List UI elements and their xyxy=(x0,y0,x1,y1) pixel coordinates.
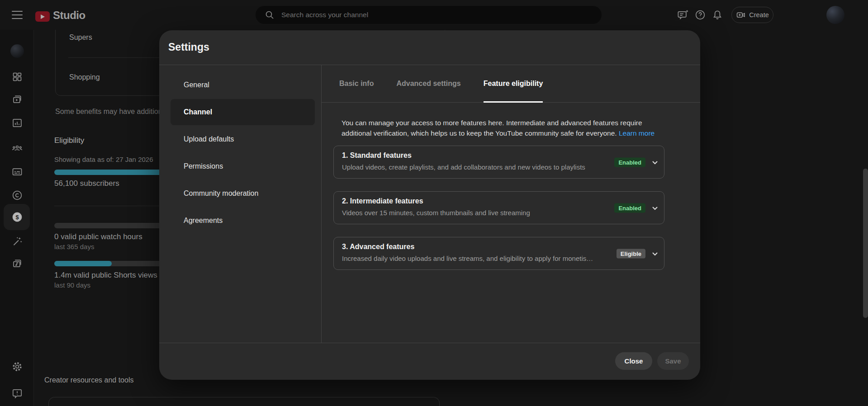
help-icon[interactable] xyxy=(694,9,706,21)
subscribers-progress-bar xyxy=(54,170,159,175)
divider xyxy=(54,206,159,206)
sidebar-item-subtitles[interactable] xyxy=(11,166,23,178)
settings-nav: General Channel Upload defaults Permissi… xyxy=(159,65,322,343)
search-icon xyxy=(264,9,275,20)
tab-feature-eligibility[interactable]: Feature eligibility xyxy=(484,65,543,102)
description-line1: You can manage your access to more featu… xyxy=(342,119,642,127)
supers-row[interactable]: Supers xyxy=(69,33,92,42)
feedback-icon[interactable] xyxy=(677,9,689,21)
settings-nav-permissions[interactable]: Permissions xyxy=(171,153,315,179)
watch-hours-value: 0 valid public watch hours xyxy=(54,232,142,241)
dashboard-icon xyxy=(11,71,23,83)
status-badge: Enabled xyxy=(614,157,645,167)
watch-hours-period: last 365 days xyxy=(54,243,94,250)
subtitles-icon xyxy=(11,166,23,178)
youtube-studio-screen: Supers Shopping Some benefits may have a… xyxy=(0,0,868,406)
audio-library-icon xyxy=(11,258,23,269)
svg-text:$: $ xyxy=(15,214,19,221)
report-icon xyxy=(11,387,23,399)
dialog-footer: Close Save xyxy=(159,343,700,380)
content-icon xyxy=(11,94,23,105)
create-label: Create xyxy=(749,11,769,19)
intermediate-features-card[interactable]: 2. Intermediate features Videos over 15 … xyxy=(333,191,664,224)
create-button[interactable]: Create xyxy=(731,7,773,23)
settings-dialog: Settings General Channel Upload defaults… xyxy=(159,30,700,380)
feature-subtitle: Upload videos, create playlists, and add… xyxy=(342,163,585,171)
close-button[interactable]: Close xyxy=(615,352,652,370)
create-camera-icon xyxy=(736,10,746,20)
shorts-views-value: 1.4m valid public Shorts views xyxy=(54,271,157,280)
eligibility-title: Eligibility xyxy=(54,136,84,145)
creator-resources-heading: Creator resources and tools xyxy=(44,376,133,384)
save-button[interactable]: Save xyxy=(657,352,689,370)
page-scrollbar[interactable] xyxy=(863,169,868,318)
settings-nav-agreements[interactable]: Agreements xyxy=(171,208,315,234)
settings-nav-upload-defaults[interactable]: Upload defaults xyxy=(171,126,315,152)
subscribers-count: 56,100 subscribers xyxy=(54,179,119,188)
tab-basic-info[interactable]: Basic info xyxy=(339,65,374,102)
sidebar-item-audio-library[interactable] xyxy=(11,258,23,269)
sidebar-item-settings[interactable] xyxy=(11,361,23,373)
magic-wand-icon xyxy=(11,236,23,247)
feature-subtitle: Increased daily video uploads and live s… xyxy=(342,255,593,262)
youtube-logo-icon[interactable] xyxy=(35,11,50,22)
standard-features-card[interactable]: 1. Standard features Upload videos, crea… xyxy=(333,146,664,179)
settings-gear-icon xyxy=(11,361,23,373)
sidebar-item-analytics[interactable] xyxy=(11,117,23,129)
sidebar-item-earn[interactable]: $ xyxy=(11,211,23,223)
sidebar-item-send-feedback[interactable] xyxy=(11,387,23,399)
earn-icon: $ xyxy=(11,211,23,223)
data-as-of-label: Showing data as of: 27 Jan 2026 xyxy=(54,156,159,163)
shorts-views-progress-track xyxy=(54,261,159,266)
sidebar-item-content[interactable] xyxy=(11,94,23,105)
channel-settings-tabs: Basic info Advanced settings Feature eli… xyxy=(322,65,700,103)
feature-title: 2. Intermediate features xyxy=(342,197,423,205)
description-line2: additional verification, which helps us … xyxy=(342,129,617,137)
benefits-note: Some benefits may have addition xyxy=(55,108,162,116)
chevron-down-icon[interactable] xyxy=(650,203,660,213)
shopping-row[interactable]: Shopping xyxy=(69,73,100,81)
sidebar-item-community[interactable] xyxy=(11,142,23,154)
notifications-icon[interactable] xyxy=(711,9,723,21)
community-icon xyxy=(11,142,23,154)
tab-advanced-settings[interactable]: Advanced settings xyxy=(396,65,460,102)
watch-hours-progress-bar xyxy=(54,223,159,228)
learn-more-link[interactable]: Learn more xyxy=(619,129,655,137)
feature-subtitle: Videos over 15 minutes, custom thumbnail… xyxy=(342,209,530,217)
settings-nav-community-moderation[interactable]: Community moderation xyxy=(171,180,315,207)
search-input[interactable]: Search across your channel xyxy=(256,6,602,24)
copyright-icon xyxy=(11,189,23,201)
channel-settings-content: Basic info Advanced settings Feature eli… xyxy=(322,65,700,343)
sidebar-item-customization[interactable] xyxy=(11,236,23,247)
sidebar-item-copyright[interactable] xyxy=(11,189,23,201)
search-placeholder: Search across your channel xyxy=(281,11,368,19)
menu-icon[interactable] xyxy=(12,11,23,19)
sidebar-item-dashboard[interactable] xyxy=(11,71,23,83)
analytics-icon xyxy=(11,117,23,129)
top-bar: Studio Search across your channel xyxy=(0,0,868,30)
feature-title: 3. Advanced features xyxy=(342,243,414,251)
settings-nav-general[interactable]: General xyxy=(171,72,315,98)
feature-cards: 1. Standard features Upload videos, crea… xyxy=(333,146,664,283)
settings-dialog-header: Settings xyxy=(159,30,700,65)
status-badge: Enabled xyxy=(614,203,645,212)
creator-resources-card xyxy=(48,397,440,406)
feature-title: 1. Standard features xyxy=(342,151,412,160)
dialog-title: Settings xyxy=(168,41,209,53)
advanced-features-card[interactable]: 3. Advanced features Increased daily vid… xyxy=(333,237,664,270)
studio-brand[interactable]: Studio xyxy=(53,9,85,22)
shorts-views-period: last 90 days xyxy=(54,281,90,289)
settings-nav-channel[interactable]: Channel xyxy=(171,99,315,125)
feature-eligibility-description: You can manage your access to more featu… xyxy=(342,118,655,138)
chevron-down-icon[interactable] xyxy=(650,157,660,168)
studio-sidebar: $ xyxy=(0,30,34,406)
account-avatar[interactable] xyxy=(826,6,844,24)
chevron-down-icon[interactable] xyxy=(650,248,660,259)
status-badge: Eligible xyxy=(617,249,645,258)
shorts-views-progress-fill xyxy=(54,261,112,266)
channel-avatar[interactable] xyxy=(10,44,24,58)
